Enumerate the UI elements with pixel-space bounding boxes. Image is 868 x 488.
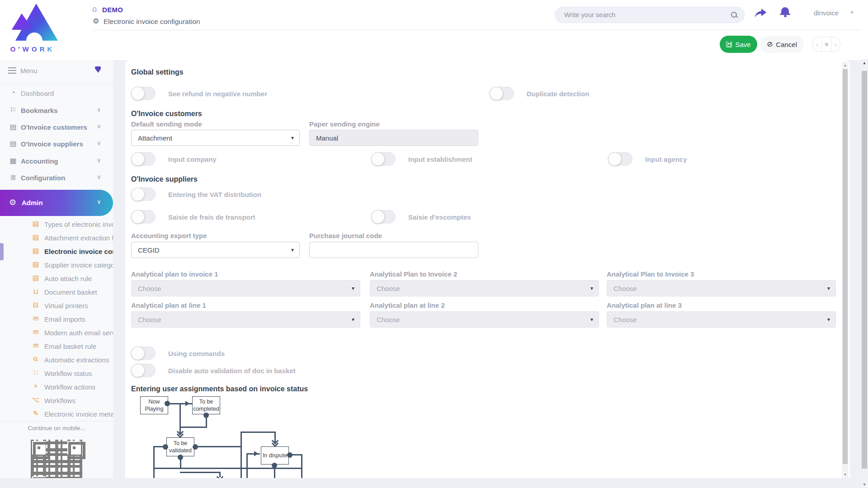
sidebar-item-virtual-printers[interactable]: ⊟ Virtual printers <box>0 299 113 313</box>
chevron-down-icon: ∨ <box>97 106 101 113</box>
connector-dot <box>193 444 198 450</box>
using-commands-toggle[interactable] <box>131 347 156 360</box>
sidebar-item-admin[interactable]: ⚙ Admin ∨ <box>0 190 113 216</box>
connector-dot <box>165 401 170 406</box>
home-icon[interactable]: ⌂ <box>92 5 97 14</box>
scrollbar-thumb[interactable] <box>862 71 867 469</box>
search-icon[interactable] <box>731 11 738 19</box>
sidebar-item-bookmarks[interactable]: ⚐ Bookmarks ∨ <box>0 104 113 117</box>
pager-prev-button[interactable]: ‹ <box>813 37 821 52</box>
plan-invoice-3-select[interactable]: Choose ▾ <box>607 280 836 296</box>
diagram-line <box>195 446 242 447</box>
user-caret-icon[interactable]: ▾ <box>851 9 854 15</box>
plan-invoice-2-select[interactable]: Choose ▾ <box>370 280 599 296</box>
sidebar-item-workflow-status[interactable]: ∷ Workflow status <box>0 367 113 380</box>
diagram-node-now-playing[interactable]: Now Playing <box>140 396 168 414</box>
vat-distribution-toggle[interactable] <box>131 188 156 201</box>
sidebar-item-electronic-invoice-configuration[interactable]: ▤ Electronic invoice configuration <box>0 245 113 258</box>
sidebar-item-accounting[interactable]: ▦ Accounting ∨ <box>0 155 113 168</box>
purchase-journal-code-input[interactable] <box>309 242 478 258</box>
chevron-down-icon: ∨ <box>97 123 101 130</box>
logo-text: O'WORK <box>5 45 60 53</box>
default-sending-mode-select[interactable]: Attachment ▾ <box>131 130 300 146</box>
accounting-export-type-select[interactable]: CEGID ▾ <box>131 242 300 258</box>
document-icon: ▤ <box>31 247 41 255</box>
sidebar-item-electronic-invoice-metadata[interactable]: ✎ Electronic invoice metadata <box>0 408 113 421</box>
document-icon: ▤ <box>31 260 41 268</box>
connector-dot <box>178 455 183 460</box>
sidebar-item-workflows[interactable]: ⌥ Workflows <box>0 394 113 408</box>
scroll-up-icon[interactable]: ▲ <box>842 63 849 67</box>
chevron-down-icon: ∨ <box>97 174 101 180</box>
caret-down-icon: ▾ <box>590 316 593 323</box>
pin-sidebar-icon[interactable] <box>95 66 101 75</box>
app-logo[interactable]: O'WORK <box>5 2 60 56</box>
disable-auto-validation-toggle[interactable] <box>131 364 156 377</box>
paper-sending-engine-input[interactable] <box>309 130 478 146</box>
caret-down-icon: ▾ <box>827 285 830 291</box>
user-menu[interactable]: dinvoice <box>814 9 839 17</box>
top-header: O'WORK ⌂ DEMO ⚙ Electronic invoice confi… <box>0 0 868 60</box>
cancel-label: Cancel <box>776 41 797 48</box>
search-input[interactable] <box>564 7 727 23</box>
diagram-node-to-be-completed[interactable]: To be completed <box>192 396 220 414</box>
plan-invoice-1-select[interactable]: Choose ▾ <box>131 280 360 296</box>
scroll-up-icon[interactable]: ▲ <box>861 61 868 65</box>
input-company-toggle[interactable] <box>131 152 156 166</box>
diagram-line <box>153 447 155 478</box>
browser-scrollbar[interactable]: ▲ ▼ <box>861 59 868 488</box>
pager-next-button[interactable]: › <box>831 37 840 52</box>
connector-dot <box>163 444 168 450</box>
diagram-line <box>179 404 181 427</box>
record-pager: ‹ ≡ › <box>812 37 840 52</box>
qr-finder <box>32 441 46 455</box>
sidebar-item-oinvoice-suppliers[interactable]: ▤ O'Invoice suppliers ∨ <box>0 137 113 151</box>
scroll-down-icon[interactable]: ▼ <box>842 473 849 477</box>
purchase-journal-code-label: Purchase journal code <box>309 232 382 239</box>
duplicate-detection-toggle[interactable] <box>490 87 514 100</box>
scroll-down-icon[interactable]: ▼ <box>861 483 868 487</box>
sidebar-item-email-imports[interactable]: ✉ Email imports <box>0 313 113 326</box>
plan-line-2-select[interactable]: Choose ▾ <box>370 311 599 328</box>
sidebar-item-document-basket[interactable]: ⊔ Document basket <box>0 286 113 299</box>
sidebar-item-configuration[interactable]: ≣ Configuration ∨ <box>0 171 113 185</box>
content-scrollbar[interactable]: ▲ ▼ <box>842 62 849 478</box>
sidebar-item-automatic-extractions[interactable]: ⚲ Automatic extractions <box>0 353 113 367</box>
breadcrumb-company[interactable]: DEMO <box>102 6 123 14</box>
sidebar-item-email-basket-rule[interactable]: ✉ Email basket rule <box>0 340 113 353</box>
input-establishment-toggle[interactable] <box>371 152 396 166</box>
magnifier-icon: ⚲ <box>29 353 42 366</box>
sidebar-item-attachment-extraction[interactable]: ▤ Attachment extraction for electronic i… <box>0 231 113 245</box>
sitemap-icon: ⌥ <box>31 396 41 404</box>
main-content: Global settings See refund in negative n… <box>125 60 850 478</box>
document-icon: ▤ <box>31 220 41 228</box>
pager-list-button[interactable]: ≡ <box>821 37 831 52</box>
frais-transport-toggle[interactable] <box>131 210 156 224</box>
sidebar-item-types-of-electronic-invoices[interactable]: ▤ Types of electronic invoices <box>0 218 113 231</box>
plan-line-1-select[interactable]: Choose ▾ <box>131 311 360 328</box>
sidebar-item-workflow-actions[interactable]: ⚡ Workflow actions <box>0 380 113 394</box>
cancel-button[interactable]: ⊘ Cancel <box>760 36 804 53</box>
input-agency-toggle[interactable] <box>608 152 632 166</box>
diagram-node-to-be-validated[interactable]: To be validated <box>166 437 194 456</box>
arrow-right-icon <box>254 451 261 456</box>
plan-line-3-select[interactable]: Choose ▾ <box>607 311 836 328</box>
sidebar-item-modern-auth-email-server[interactable]: ✉ Modern auth email server <box>0 326 113 340</box>
sidebar-item-dashboard[interactable]: ◔ Dashboard <box>0 87 113 100</box>
diagram-node-in-dispute[interactable]: In dispute <box>261 446 289 465</box>
share-arrow-icon[interactable] <box>753 6 768 20</box>
chevron-down-icon: ∨ <box>97 140 101 146</box>
sidebar-item-supplier-invoice-category[interactable]: ▤ Supplier invoice category <box>0 258 113 272</box>
see-refund-toggle[interactable] <box>131 87 156 100</box>
scrollbar-thumb[interactable] <box>843 69 848 464</box>
sidebar: Menu ◔ Dashboard ⚐ Bookmarks ∨ ▤ O'Invoi… <box>0 60 113 478</box>
plan-line-1-label: Analytical plan at line 1 <box>131 301 206 309</box>
hamburger-icon[interactable] <box>8 67 16 74</box>
sidebar-item-oinvoice-customers[interactable]: ▤ O'Invoice customers ∨ <box>0 121 113 134</box>
escomptes-toggle[interactable] <box>371 210 396 224</box>
connector-dot <box>272 463 277 468</box>
sidebar-item-auto-attach-rule[interactable]: ▤ Auto attach rule <box>0 272 113 286</box>
notifications-bell-icon[interactable] <box>781 7 789 14</box>
workflow-diagram: Now Playing To be completed To be valida… <box>136 393 326 478</box>
save-button[interactable]: Save <box>720 36 757 53</box>
